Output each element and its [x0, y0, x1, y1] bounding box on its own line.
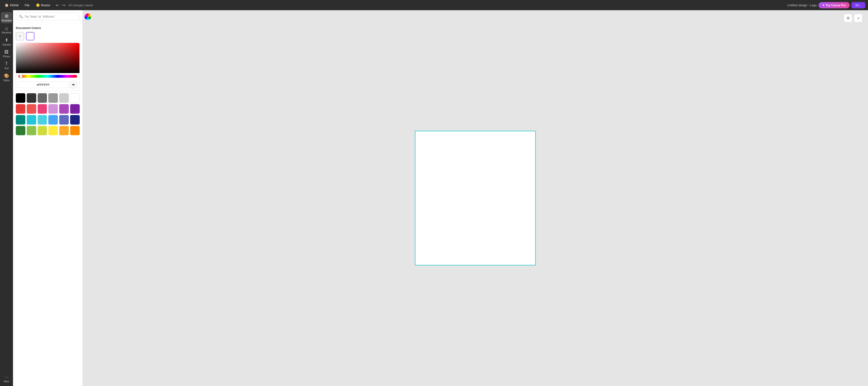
palette-color-swatch[interactable] [16, 104, 25, 114]
sidebar-item-uploads[interactable]: ⬆ Uploads [1, 36, 12, 47]
sidebar-item-photos[interactable]: 🖼 Photos [1, 48, 12, 59]
palette-color-swatch[interactable] [38, 115, 47, 125]
palette-color-swatch[interactable] [48, 126, 58, 136]
search-icon: 🔍 [19, 14, 23, 18]
sidebar-item-label: Text [4, 67, 9, 70]
sidebar-item-styles[interactable]: 🎨 Styles [1, 72, 12, 83]
color-picker-cursor [18, 44, 20, 47]
sidebar-item-label: Templates [1, 19, 12, 22]
left-sidebar: ⊞ Templates △ Elements ⬆ Uploads 🖼 Photo… [0, 10, 13, 386]
undo-redo-group: ↩ ↪ [54, 2, 66, 8]
color-gradient-canvas[interactable] [16, 43, 80, 73]
rainbow-color-icon[interactable] [85, 13, 91, 20]
panel-search-area: 🔍 [13, 10, 83, 23]
hex-color-input[interactable] [18, 81, 68, 88]
duplicate-canvas-button[interactable]: ⧉ [844, 14, 852, 22]
save-status: All changes saved [68, 3, 785, 7]
expand-icon: ⤢ [857, 16, 860, 21]
document-color-swatches: + [16, 32, 80, 40]
color-icon-top[interactable] [85, 13, 91, 20]
palette-color-swatch[interactable] [48, 93, 58, 103]
undo-button[interactable]: ↩ [54, 2, 60, 8]
side-panel: 🔍 Document Colors + ✒ [13, 10, 83, 386]
top-navigation: 🏠 Home File 🪙 Resize ↩ ↪ All changes sav… [0, 0, 868, 10]
white-color-swatch[interactable] [26, 32, 34, 40]
palette-color-swatch[interactable] [27, 126, 36, 136]
palette-color-swatch[interactable] [70, 93, 80, 103]
palette-color-swatch[interactable] [59, 104, 69, 114]
palette-color-swatch[interactable] [16, 126, 25, 136]
try-pro-button[interactable]: ✦ Try Canva Pro [818, 2, 850, 8]
palette-color-swatch[interactable] [27, 115, 36, 125]
more-icon: ··· [5, 375, 8, 380]
file-menu-button[interactable]: File [22, 3, 32, 8]
palette-color-swatch[interactable] [16, 115, 25, 125]
document-title: Untitled design - Logo [787, 3, 817, 7]
add-color-button[interactable]: + [16, 32, 24, 40]
search-input[interactable] [25, 15, 77, 18]
hue-thumb [19, 75, 23, 78]
styles-icon: 🎨 [4, 73, 9, 78]
palette-color-swatch[interactable] [70, 126, 80, 136]
home-button[interactable]: 🏠 Home [3, 2, 21, 8]
search-box[interactable]: 🔍 [16, 12, 80, 21]
hue-slider[interactable] [18, 75, 77, 78]
palette-color-swatch[interactable] [59, 115, 69, 125]
sidebar-item-text[interactable]: T Text [1, 60, 12, 71]
palette-color-swatch[interactable] [38, 93, 47, 103]
palette-color-swatch[interactable] [27, 93, 36, 103]
color-palette-section [13, 91, 83, 138]
home-label: Home [10, 3, 19, 7]
palette-color-swatch[interactable] [48, 115, 58, 125]
text-icon: T [5, 62, 8, 66]
redo-button[interactable]: ↪ [61, 2, 66, 8]
uploads-icon: ⬆ [5, 38, 8, 43]
resize-button[interactable]: 🪙 Resize [34, 3, 53, 8]
sidebar-item-more[interactable]: ··· More [1, 373, 12, 384]
sidebar-item-label: Photos [3, 55, 10, 58]
elements-icon: △ [5, 26, 8, 31]
sidebar-item-label: Uploads [2, 43, 11, 46]
sidebar-item-label: More [4, 380, 9, 383]
sidebar-item-templates[interactable]: ⊞ Templates [1, 12, 12, 23]
expand-canvas-button[interactable]: ⤢ [854, 14, 862, 22]
palette-color-swatch[interactable] [38, 104, 47, 114]
palette-color-swatch[interactable] [27, 104, 36, 114]
palette-color-swatch[interactable] [59, 126, 69, 136]
main-canvas-area: ⧉ ⤢ ↻ [83, 10, 868, 386]
sidebar-item-elements[interactable]: △ Elements [1, 24, 12, 35]
eyedropper-button[interactable]: ✒ [70, 81, 77, 89]
duplicate-icon: ⧉ [847, 16, 849, 20]
palette-color-swatch[interactable] [59, 93, 69, 103]
share-button[interactable]: Sh... [851, 2, 865, 8]
document-colors-label: Document Colors [16, 26, 80, 30]
eyedropper-icon: ✒ [72, 82, 75, 87]
color-picker-popup: ✒ [16, 43, 80, 91]
sidebar-item-label: Elements [2, 31, 11, 34]
palette-color-swatch[interactable] [38, 126, 47, 136]
hex-input-row: ✒ [16, 79, 80, 91]
design-canvas [415, 131, 536, 266]
document-colors-section: Document Colors + [13, 23, 83, 43]
palette-color-swatch[interactable] [16, 93, 25, 103]
photos-icon: 🖼 [4, 50, 9, 55]
home-icon: 🏠 [5, 3, 9, 7]
palette-color-swatch[interactable] [70, 104, 80, 114]
coin-icon: 🪙 [36, 3, 40, 7]
palette-color-swatch[interactable] [48, 104, 58, 114]
palette-grid [16, 93, 80, 135]
palette-color-swatch[interactable] [70, 115, 80, 125]
templates-icon: ⊞ [5, 13, 8, 19]
sidebar-item-label: Styles [3, 79, 9, 82]
canvas-toolbar: ⧉ ⤢ [844, 14, 862, 22]
